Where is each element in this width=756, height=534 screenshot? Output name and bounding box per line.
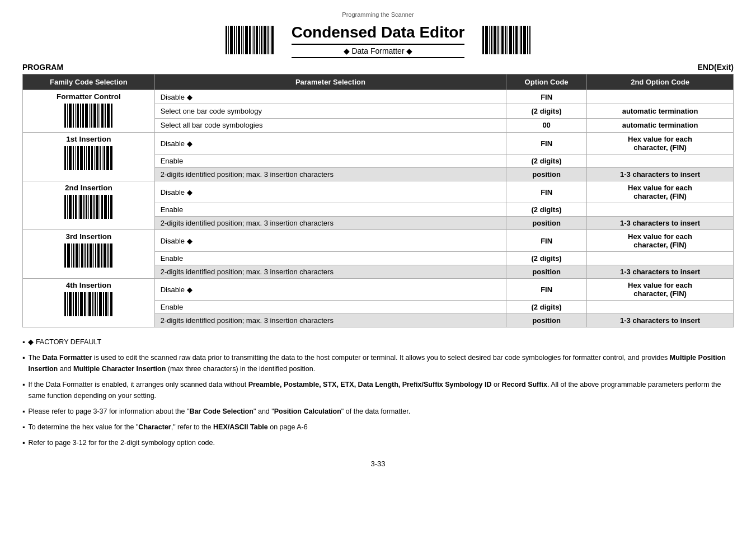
svg-rect-97 — [81, 243, 83, 268]
svg-rect-125 — [110, 292, 112, 316]
param-disable-formatter: Disable ◆ — [154, 90, 506, 104]
note-bullet-1: ▪ — [22, 352, 25, 374]
svg-rect-18 — [271, 26, 274, 54]
svg-rect-120 — [97, 292, 98, 316]
param-all-symbologies: Select all bar code symbologies — [154, 118, 506, 132]
param-enable-1st: Enable — [154, 154, 506, 168]
svg-rect-33 — [520, 26, 522, 54]
option2-blank-4th — [587, 301, 734, 314]
svg-rect-12 — [256, 26, 258, 54]
svg-rect-41 — [75, 104, 76, 128]
note-bullet-5: ▪ — [22, 437, 25, 448]
svg-rect-107 — [110, 243, 112, 268]
option2-hex-2nd: Hex value for eachcharacter, (FIN) — [587, 181, 734, 203]
svg-rect-39 — [69, 104, 72, 128]
option2-blank-formatter — [587, 90, 734, 104]
svg-rect-0 — [226, 26, 227, 54]
svg-rect-53 — [107, 104, 110, 128]
option-fin-2nd: FIN — [506, 181, 587, 203]
option-2digits-3rd: (2 digits) — [506, 252, 587, 265]
svg-rect-51 — [101, 104, 104, 128]
svg-rect-123 — [105, 292, 107, 316]
svg-rect-96 — [79, 243, 80, 268]
family-2nd-insertion: 2nd Insertion — [23, 181, 155, 230]
svg-rect-36 — [529, 26, 530, 54]
option-00: 00 — [506, 118, 587, 132]
svg-rect-91 — [64, 243, 66, 268]
svg-rect-31 — [515, 26, 518, 54]
end-label: END(Exit) — [697, 63, 734, 72]
svg-rect-22 — [491, 26, 492, 54]
svg-rect-118 — [92, 292, 93, 316]
svg-rect-20 — [485, 26, 488, 54]
option-pos-3rd: position — [506, 265, 587, 279]
option2-chars-4th: 1-3 characters to insert — [587, 314, 734, 327]
svg-rect-73 — [64, 195, 66, 219]
svg-rect-42 — [77, 104, 79, 128]
svg-rect-9 — [249, 26, 251, 54]
svg-rect-66 — [94, 146, 95, 170]
table-row: 2nd Insertion — [23, 181, 734, 203]
left-barcode — [224, 25, 275, 57]
svg-rect-26 — [501, 26, 504, 54]
family-formatter: Formatter Control — [23, 90, 155, 133]
table-row: 1st Insertion — [23, 133, 734, 154]
option2-hex-3rd: Hex value for eachcharacter, (FIN) — [587, 230, 734, 252]
svg-rect-76 — [73, 195, 74, 219]
note-4: ▪ To determine the hex value for the "Ch… — [22, 421, 734, 433]
program-label: PROGRAM — [22, 63, 63, 72]
option-2digits-1st: (2 digits) — [506, 154, 587, 168]
col-option2: 2nd Option Code — [587, 74, 734, 90]
svg-rect-11 — [253, 26, 255, 54]
svg-rect-87 — [101, 195, 103, 219]
svg-rect-32 — [519, 26, 519, 54]
option2-hex-1st: Hex value for eachcharacter, (FIN) — [587, 133, 734, 154]
option2-chars-3rd: 1-3 characters to insert — [587, 265, 734, 279]
note-5: ▪ Refer to page 3-12 for for the 2-digit… — [22, 437, 734, 448]
param-disable-1st: Disable ◆ — [154, 133, 506, 154]
svg-rect-114 — [80, 292, 83, 316]
svg-rect-79 — [79, 195, 82, 219]
option-fin-formatter: FIN — [506, 90, 587, 104]
svg-rect-71 — [106, 146, 109, 170]
right-barcode — [481, 25, 532, 57]
svg-rect-115 — [84, 292, 86, 316]
svg-rect-83 — [90, 195, 92, 219]
svg-rect-72 — [110, 146, 112, 170]
option-pos-2nd: position — [506, 217, 587, 230]
factory-default-note: ▪ ◆ FACTORY DEFAULT — [22, 336, 734, 348]
svg-rect-85 — [96, 195, 98, 219]
svg-rect-109 — [67, 292, 68, 316]
param-enable-2nd: Enable — [154, 203, 506, 217]
note-text-1: The Data Formatter is used to edit the s… — [28, 352, 734, 374]
option-2digits-4th: (2 digits) — [506, 301, 587, 314]
param-disable-4th: Disable ◆ — [154, 279, 506, 301]
svg-rect-105 — [104, 243, 106, 268]
param-pos-4th: 2-digits identified position; max. 3 ins… — [154, 314, 506, 327]
col-family: Family Code Selection — [23, 74, 155, 90]
family-3rd-insertion: 3rd Insertion — [23, 230, 155, 279]
svg-rect-117 — [88, 292, 91, 316]
svg-rect-110 — [69, 292, 72, 316]
svg-rect-122 — [103, 292, 104, 316]
svg-rect-7 — [243, 26, 244, 54]
svg-rect-78 — [78, 195, 78, 219]
svg-rect-35 — [527, 26, 528, 54]
option-fin-4th: FIN — [506, 279, 587, 301]
note-bullet-2: ▪ — [22, 379, 25, 401]
svg-rect-64 — [88, 146, 90, 170]
svg-rect-108 — [64, 292, 66, 316]
svg-rect-111 — [73, 292, 74, 316]
option-2digits: (2 digits) — [506, 104, 587, 118]
svg-rect-3 — [234, 26, 235, 54]
svg-rect-121 — [99, 292, 102, 316]
svg-rect-63 — [86, 146, 87, 170]
table-row: 3rd Insertion — [23, 230, 734, 252]
svg-rect-28 — [508, 26, 508, 54]
svg-rect-38 — [67, 104, 68, 128]
col-option: Option Code — [506, 74, 587, 90]
svg-rect-70 — [104, 146, 105, 170]
svg-rect-74 — [67, 195, 68, 219]
svg-rect-86 — [100, 195, 100, 219]
svg-rect-47 — [91, 104, 92, 128]
